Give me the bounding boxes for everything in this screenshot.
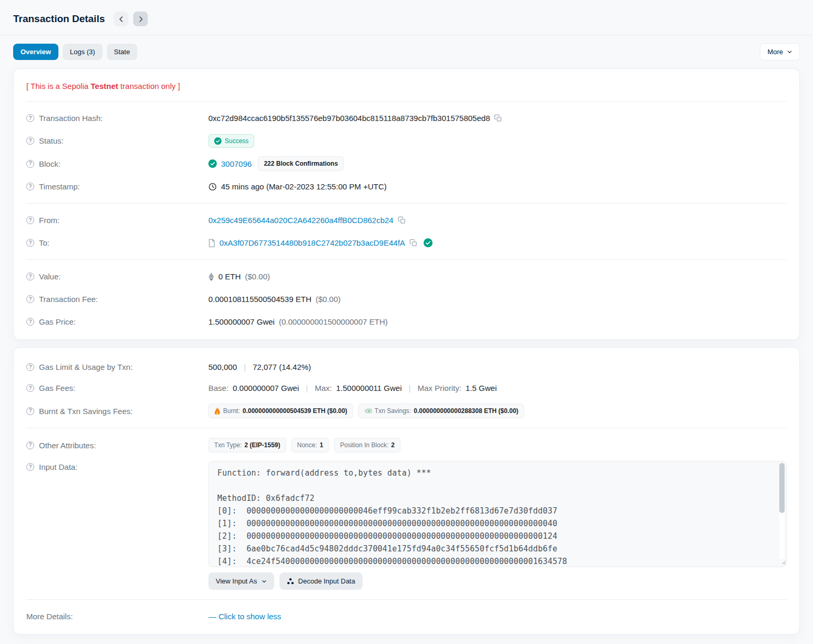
nonce-badge: Nonce: 1 xyxy=(292,438,329,452)
overview-card: [ This is a Sepolia Testnet transaction … xyxy=(13,68,800,340)
resize-grip-icon[interactable] xyxy=(780,557,786,566)
chevron-left-icon xyxy=(118,16,125,23)
nonce-label: Nonce: xyxy=(297,441,317,449)
txn-savings-label: Txn Savings: xyxy=(375,407,411,415)
status-badge: Success xyxy=(208,134,254,148)
nonce-value: 1 xyxy=(320,441,324,449)
input-data-row: Input Data: Function: forward(address to… xyxy=(26,457,787,594)
previous-transaction-button[interactable] xyxy=(114,12,128,26)
show-less-link[interactable]: — Click to show less xyxy=(208,612,281,621)
burnt-label: Burnt: xyxy=(223,407,240,415)
gas-price-row: Gas Price: 1.500000007 Gwei (0.000000001… xyxy=(26,310,787,333)
gas-fees-row: Gas Fees: Base: 0.000000007 Gwei | Max: … xyxy=(26,377,787,399)
status-badge-label: Success xyxy=(225,137,248,145)
from-address-link[interactable]: 0x259c49E65644a020C2A642260a4ffB0CD862cb… xyxy=(208,216,394,225)
input-data-label: Input Data: xyxy=(39,462,77,471)
block-number-link[interactable]: 3007096 xyxy=(221,159,252,168)
help-icon[interactable] xyxy=(26,384,34,392)
warning-suffix: transaction only ] xyxy=(118,82,180,90)
decode-input-data-button[interactable]: Decode Input Data xyxy=(279,572,363,590)
gas-limit-row: Gas Limit & Usage by Txn: 500,000 | 72,0… xyxy=(26,354,787,377)
value-usd: ($0.00) xyxy=(245,272,270,281)
block-row: Block: 3007096 222 Block Confirmations xyxy=(26,152,787,175)
input-data-content: Function: forward(address to,bytes data)… xyxy=(217,467,778,567)
status-row: Status: Success xyxy=(26,129,787,152)
more-details-label: More Details: xyxy=(26,612,73,621)
divider xyxy=(26,599,787,600)
help-icon[interactable] xyxy=(26,239,34,247)
divider xyxy=(26,101,787,102)
tab-logs[interactable]: Logs (3) xyxy=(63,44,103,60)
check-circle-icon xyxy=(208,159,217,168)
input-data-textarea[interactable]: Function: forward(address to,bytes data)… xyxy=(208,461,787,567)
to-row: To: 0xA3f07D6773514480b918C2742b027b3acD… xyxy=(26,232,787,254)
max-fee-value: 1.500000011 Gwei xyxy=(336,384,402,393)
help-icon[interactable] xyxy=(26,160,34,168)
max-fee-label: Max: xyxy=(315,384,332,393)
gas-price-label: Gas Price: xyxy=(39,317,76,326)
more-button-label: More xyxy=(767,48,783,56)
tab-state[interactable]: State xyxy=(107,44,137,60)
flame-icon xyxy=(214,407,220,415)
burnt-savings-label: Burnt & Txn Savings Fees: xyxy=(39,407,133,416)
txn-type-badge: Txn Type: 2 (EIP-1559) xyxy=(208,438,286,452)
other-attributes-row: Other Attributes: Txn Type: 2 (EIP-1559)… xyxy=(26,434,787,457)
view-input-as-label: View Input As xyxy=(216,577,257,585)
copy-icon[interactable] xyxy=(398,216,406,224)
help-icon[interactable] xyxy=(26,463,34,471)
divider xyxy=(26,428,787,428)
chevron-right-icon xyxy=(137,16,144,23)
copy-icon[interactable] xyxy=(494,114,502,122)
separator: | xyxy=(244,363,246,371)
txn-savings-badge: Txn Savings: 0.000000000000288308 ETH ($… xyxy=(358,404,524,418)
help-icon[interactable] xyxy=(26,183,34,190)
input-scrollbar-thumb[interactable] xyxy=(779,463,785,513)
base-fee-value: 0.000000007 Gwei xyxy=(233,384,299,393)
copy-icon[interactable] xyxy=(409,239,417,247)
help-icon[interactable] xyxy=(26,295,34,303)
help-icon[interactable] xyxy=(26,441,34,449)
gas-fees-label: Gas Fees: xyxy=(39,384,75,393)
chevron-down-icon xyxy=(262,579,267,584)
base-fee-label: Base: xyxy=(208,384,228,393)
next-transaction-button[interactable] xyxy=(133,12,148,26)
view-input-as-button[interactable]: View Input As xyxy=(208,572,274,590)
help-icon[interactable] xyxy=(26,318,34,326)
more-details-row: More Details: — Click to show less xyxy=(26,605,787,628)
timestamp-value: 45 mins ago (Mar-02-2023 12:55:00 PM +UT… xyxy=(221,182,387,191)
page-title: Transaction Details xyxy=(13,13,105,25)
block-confirmations-label: 222 Block Confirmations xyxy=(264,160,338,167)
value-row: Value: 0 ETH ($0.00) xyxy=(26,265,787,288)
tab-overview[interactable]: Overview xyxy=(13,44,58,60)
help-icon[interactable] xyxy=(26,137,34,145)
transaction-fee-label: Transaction Fee: xyxy=(39,295,98,304)
burnt-value: 0.000000000000504539 ETH ($0.00) xyxy=(243,407,347,415)
more-button[interactable]: More xyxy=(760,43,800,61)
decode-icon xyxy=(287,578,294,585)
help-icon[interactable] xyxy=(26,363,34,371)
to-address-link[interactable]: 0xA3f07D6773514480b918C2742b027b3acD9E44… xyxy=(219,238,405,247)
burnt-badge: Burnt: 0.000000000000504539 ETH ($0.00) xyxy=(208,404,353,418)
divider xyxy=(26,259,787,260)
txn-type-value: 2 (EIP-1559) xyxy=(244,441,280,449)
contract-document-icon xyxy=(208,239,215,247)
help-icon[interactable] xyxy=(26,273,34,280)
txn-type-label: Txn Type: xyxy=(214,441,242,449)
transaction-fee-amount: 0.000108115500504539 ETH xyxy=(208,295,312,304)
position-in-block-label: Position In Block: xyxy=(340,441,388,449)
separator: | xyxy=(409,384,411,393)
gas-usage-value: 72,077 (14.42%) xyxy=(253,363,311,371)
gas-limit-label: Gas Limit & Usage by Txn: xyxy=(39,363,133,371)
help-icon[interactable] xyxy=(26,407,34,415)
chevron-down-icon xyxy=(787,49,792,55)
tab-bar: Overview Logs (3) State More xyxy=(0,35,813,68)
contract-success-icon xyxy=(424,238,433,247)
page-header: Transaction Details xyxy=(0,0,813,35)
input-scrollbar-track[interactable] xyxy=(779,463,785,559)
check-circle-icon xyxy=(214,137,222,145)
value-amount: 0 ETH xyxy=(218,272,241,281)
details-card: Gas Limit & Usage by Txn: 500,000 | 72,0… xyxy=(13,347,800,635)
transaction-fee-usd: ($0.00) xyxy=(316,295,341,304)
help-icon[interactable] xyxy=(26,216,34,224)
help-icon[interactable] xyxy=(26,114,34,122)
